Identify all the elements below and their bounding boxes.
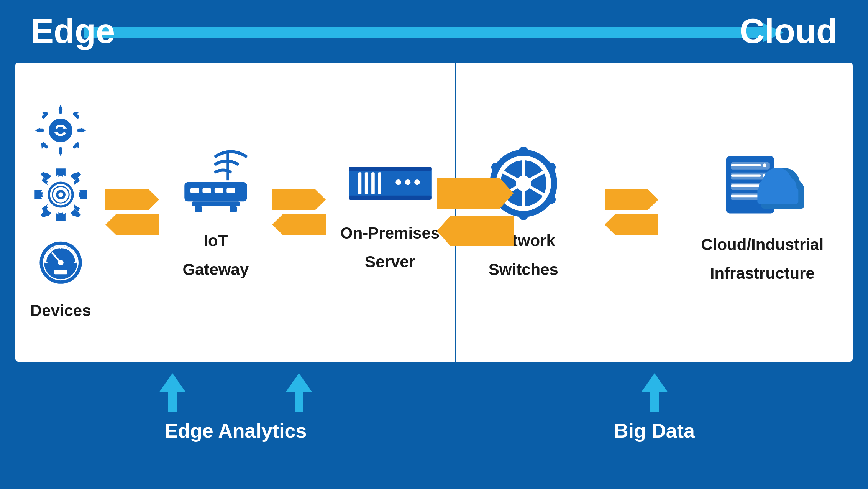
arrow-right-2 [272, 214, 326, 235]
svg-rect-85 [731, 194, 761, 197]
boundary-arrows [437, 178, 514, 246]
svg-rect-84 [731, 184, 761, 187]
big-data-label: Big Data [614, 419, 695, 442]
svg-rect-97 [758, 188, 799, 204]
svg-point-86 [763, 163, 766, 167]
svg-point-58 [414, 179, 420, 185]
gauge-icon [33, 232, 89, 288]
svg-point-71 [519, 211, 528, 220]
edge-analytics-arrows [159, 373, 312, 412]
bottom-section: Edge Analytics Big Data [15, 362, 853, 438]
server-label-line1: On-Premises [340, 224, 440, 243]
svg-rect-60 [349, 195, 432, 200]
svg-marker-26 [40, 209, 51, 217]
cloud-infrastructure-column: Cloud/Industrial Infrastructure [701, 141, 824, 283]
iot-gateway-column: IoT Gateway [174, 145, 258, 280]
cloud-label-line1: Cloud/Industrial [701, 235, 824, 254]
svg-rect-55 [378, 172, 381, 194]
big-data-arrow [641, 373, 668, 412]
arrow-left-3 [605, 189, 658, 210]
svg-point-73 [546, 163, 556, 172]
edge-to-cloud-arrow [84, 23, 784, 42]
server-label-line2: Server [365, 252, 415, 272]
arrow-left-2 [272, 189, 326, 210]
main-content: Devices [15, 63, 853, 362]
cloud-label-line2: Infrastructure [710, 264, 815, 283]
svg-rect-83 [731, 174, 761, 176]
svg-rect-48 [192, 201, 240, 206]
cloud-infrastructure-icon [718, 141, 806, 226]
network-cloud-arrow [605, 189, 658, 235]
devices-label: Devices [30, 301, 91, 320]
svg-rect-47 [226, 188, 235, 193]
svg-rect-50 [230, 206, 237, 212]
boundary-arrow-right [437, 216, 514, 246]
edge-analytics-section: Edge Analytics [15, 369, 456, 438]
gear-icon [31, 165, 90, 224]
edge-panel: Devices [15, 63, 456, 362]
svg-rect-49 [195, 206, 202, 212]
svg-point-70 [519, 147, 528, 156]
up-arrow-right [286, 373, 312, 412]
edge-analytics-label: Edge Analytics [165, 419, 307, 442]
svg-point-30 [58, 193, 63, 197]
big-data-section: Big Data [456, 369, 853, 438]
svg-point-56 [395, 179, 401, 185]
svg-point-40 [58, 260, 64, 266]
svg-rect-45 [202, 188, 211, 193]
svg-rect-44 [190, 188, 199, 193]
svg-rect-54 [371, 172, 375, 194]
svg-point-75 [546, 195, 556, 204]
server-icon [346, 153, 434, 214]
iot-gateway-label-line1: IoT [203, 231, 228, 250]
boundary-arrow-left [437, 178, 514, 209]
up-arrow-left [159, 373, 186, 412]
svg-marker-27 [70, 209, 81, 217]
svg-rect-82 [731, 164, 761, 166]
svg-marker-25 [70, 172, 81, 181]
svg-point-57 [405, 179, 410, 185]
svg-rect-59 [349, 166, 432, 171]
network-label-line2: Switches [489, 260, 558, 279]
iot-gateway-icon [174, 145, 258, 222]
devices-column: Devices [30, 104, 91, 320]
gateway-server-arrow [272, 189, 326, 235]
svg-rect-46 [215, 188, 223, 193]
svg-rect-41 [54, 270, 67, 275]
server-column: On-Premises Server [340, 153, 440, 272]
arrow-right-3 [605, 214, 658, 235]
svg-marker-24 [40, 172, 51, 181]
svg-point-76 [516, 176, 531, 191]
iot-gateway-label-line2: Gateway [182, 260, 249, 279]
arrow-left-1 [105, 189, 159, 210]
edge-label: Edge [31, 12, 115, 51]
svg-rect-52 [358, 172, 361, 194]
svg-rect-53 [364, 172, 368, 194]
cloud-panel: Network Switches [456, 63, 853, 362]
arrow-right-1 [105, 214, 159, 235]
devices-gateway-arrow [105, 189, 159, 235]
sun-gear-icon [34, 104, 87, 157]
cloud-label: Cloud [740, 12, 837, 51]
svg-point-72 [491, 163, 500, 172]
